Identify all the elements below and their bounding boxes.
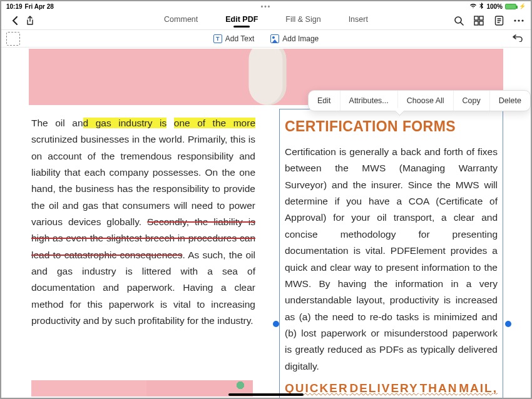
more-icon[interactable] — [513, 15, 524, 26]
right-text-column-selected[interactable]: CERTIFICATION FORMS Certification is gen… — [279, 109, 503, 398]
highlighted-text: one of the more — [174, 118, 255, 128]
highlighted-text: d gas industry is — [83, 118, 167, 128]
add-text-button[interactable]: T Add Text — [213, 34, 254, 43]
footer-image-strip — [31, 380, 253, 396]
svg-point-6 — [514, 19, 516, 21]
share-button[interactable] — [23, 13, 38, 28]
tab-comment[interactable]: Comment — [164, 15, 198, 26]
text-box-icon: T — [213, 34, 222, 43]
selection-handle-right[interactable] — [505, 321, 511, 327]
add-image-label: Add Image — [282, 34, 319, 43]
ctx-choose-all[interactable]: Choose All — [398, 91, 454, 111]
section-heading: CERTIFICATION FORMS — [285, 114, 498, 139]
edit-toolbar: T Add Text Add Image — [1, 30, 531, 48]
svg-rect-1 — [474, 16, 478, 20]
svg-rect-2 — [479, 16, 483, 20]
header-image-foot — [248, 49, 286, 105]
status-bar: 10:19 Fri Apr 28 ••• 100% ⚡ — [1, 1, 531, 11]
top-toolbar: Comment Edit PDF Fill & Sign Insert — [1, 11, 531, 30]
body-text: Certification is generally a back and fo… — [285, 144, 498, 375]
heading-word: MAIL, — [459, 378, 498, 398]
body-text: . As such, the oil and gas industry is l… — [31, 250, 255, 326]
device-frame: 10:19 Fri Apr 28 ••• 100% ⚡ Comment Edit… — [0, 0, 532, 399]
tab-fill-sign[interactable]: Fill & Sign — [285, 15, 320, 26]
document-canvas[interactable]: Edit Attributes... Choose All Copy Delet… — [1, 49, 531, 398]
body-text: scrutinized businesses in the world. Pri… — [31, 134, 255, 227]
mode-tabs: Comment Edit PDF Fill & Sign Insert — [164, 15, 368, 26]
add-text-label: Add Text — [225, 34, 254, 43]
drag-handle-icon[interactable]: ••• — [261, 3, 272, 10]
battery-percent: 100% — [486, 3, 503, 10]
ctx-edit[interactable]: Edit — [309, 91, 340, 111]
body-text — [166, 118, 174, 128]
add-image-button[interactable]: Add Image — [270, 34, 319, 43]
selection-handle-left[interactable] — [273, 321, 279, 327]
heading-word: DELIVERY — [349, 378, 418, 398]
search-icon[interactable] — [453, 15, 464, 26]
status-date: Fri Apr 28 — [25, 3, 54, 10]
battery-icon — [505, 4, 516, 9]
section-heading-2: QUICKER DELIVERY THAN MAIL, — [285, 378, 498, 398]
back-button[interactable] — [8, 13, 23, 28]
svg-point-7 — [518, 19, 519, 21]
ctx-delete[interactable]: Delete — [490, 91, 530, 111]
body-text: The oil an — [31, 118, 83, 128]
grid-icon[interactable] — [473, 15, 484, 26]
svg-rect-4 — [479, 21, 483, 25]
svg-rect-3 — [474, 21, 478, 25]
image-box-icon — [270, 34, 279, 43]
tab-insert[interactable]: Insert — [349, 15, 368, 26]
page-settings-icon[interactable] — [493, 15, 504, 26]
marquee-select-icon[interactable] — [6, 32, 20, 46]
status-time: 10:19 — [6, 3, 23, 10]
ctx-attributes[interactable]: Attributes... — [340, 91, 398, 111]
tab-edit-pdf[interactable]: Edit PDF — [225, 15, 258, 26]
home-indicator[interactable] — [228, 393, 304, 396]
left-text-column[interactable]: The oil and gas industry is one of the m… — [31, 115, 255, 329]
ctx-copy[interactable]: Copy — [454, 91, 490, 111]
svg-point-8 — [521, 19, 523, 21]
wifi-icon — [469, 3, 477, 10]
undo-button[interactable] — [512, 33, 523, 44]
context-menu: Edit Attributes... Choose All Copy Delet… — [308, 90, 531, 111]
charging-icon: ⚡ — [519, 3, 526, 9]
bluetooth-icon — [479, 3, 484, 11]
heading-word: THAN — [420, 378, 458, 398]
